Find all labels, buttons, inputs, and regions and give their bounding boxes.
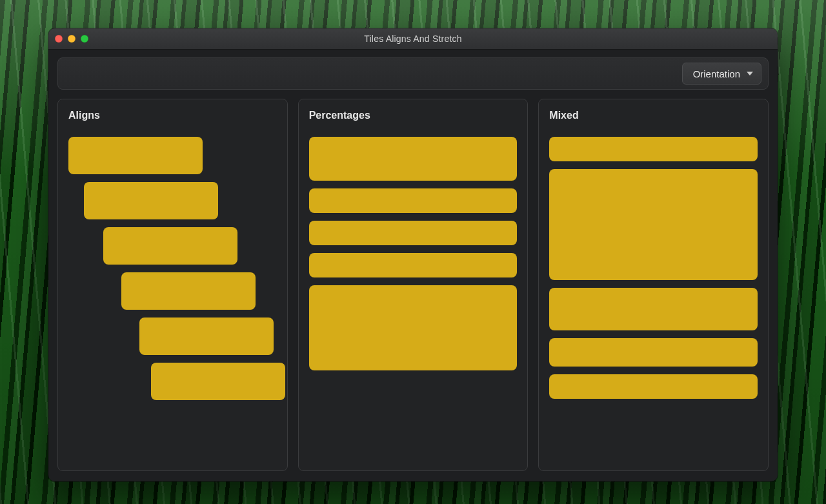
orientation-dropdown-label: Orientation — [693, 68, 740, 79]
zoom-icon[interactable] — [81, 35, 88, 43]
tile — [84, 182, 218, 219]
toolbar: Orientation — [57, 57, 769, 90]
tile — [103, 227, 237, 265]
minimize-icon[interactable] — [68, 35, 76, 43]
tile — [549, 169, 758, 280]
app-window: Tiles Aligns And Stretch Orientation Ali… — [48, 28, 778, 481]
orientation-dropdown[interactable]: Orientation — [682, 63, 761, 85]
tile — [549, 288, 758, 330]
tile — [139, 318, 274, 355]
tile — [549, 137, 758, 161]
panel-percentages-title: Percentages — [309, 110, 518, 121]
panel-aligns: Aligns — [57, 99, 288, 471]
tile — [309, 285, 518, 370]
titlebar[interactable]: Tiles Aligns And Stretch — [48, 28, 778, 50]
tile — [309, 253, 518, 277]
tile — [549, 374, 758, 399]
tile — [549, 338, 758, 367]
tile — [68, 137, 203, 174]
panel-percentages-body — [309, 137, 518, 460]
tile — [309, 188, 518, 213]
tile — [309, 137, 518, 181]
window-title: Tiles Aligns And Stretch — [364, 34, 461, 44]
close-icon[interactable] — [55, 35, 63, 43]
chevron-down-icon — [747, 72, 753, 76]
panel-mixed: Mixed — [538, 99, 769, 471]
panel-percentages: Percentages — [298, 99, 529, 471]
panel-mixed-title: Mixed — [549, 110, 758, 121]
panel-aligns-title: Aligns — [68, 110, 277, 121]
tile — [121, 272, 256, 310]
panel-aligns-body — [68, 137, 277, 460]
content-area: Aligns Percentages Mixed — [48, 90, 778, 481]
panel-mixed-body — [549, 137, 758, 460]
traffic-lights — [55, 28, 88, 49]
tile — [309, 221, 518, 245]
tile — [151, 363, 285, 400]
